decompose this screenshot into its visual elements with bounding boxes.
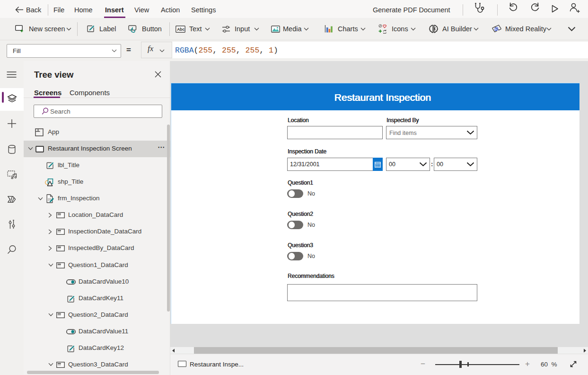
svg-text:Abc: Abc <box>177 27 184 32</box>
